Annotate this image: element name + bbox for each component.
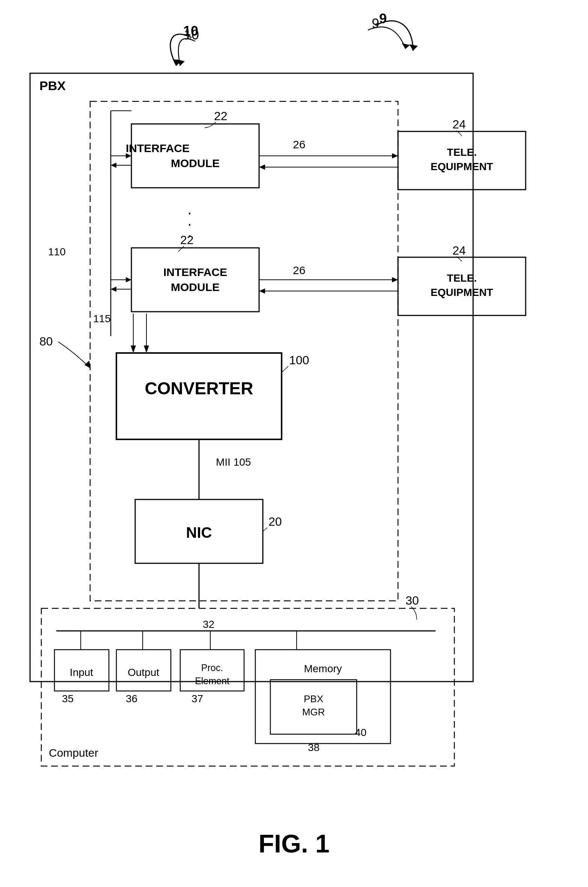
ref-37: 37 [191,693,203,704]
svg-marker-41 [259,164,265,170]
ref-38: 38 [308,742,320,753]
svg-line-25 [263,528,267,531]
tele-equipment-2-label: TELE. [447,272,476,284]
svg-rect-3 [90,101,398,601]
svg-rect-5 [131,124,259,188]
ref-40: 40 [355,727,366,738]
svg-marker-44 [392,277,398,282]
svg-marker-18 [131,345,136,353]
ref-110: 110 [48,246,66,258]
ref-9: 9 [372,16,379,31]
interface-module-2-label: INTERFACE [163,266,227,278]
interface-module-1-label: INTERFACE [126,142,190,154]
svg-marker-11 [111,163,116,168]
ref-24a: 24 [452,118,466,131]
ref-35: 35 [62,693,74,704]
svg-rect-27 [41,608,454,766]
interface-module-1-label2: MODULE [171,157,220,169]
svg-marker-4 [84,361,90,368]
ref-26b: 26 [293,264,305,276]
fig-label: FIG. 1 [259,829,330,858]
ref-24b: 24 [452,244,466,257]
svg-marker-15 [111,287,116,292]
svg-line-22 [282,366,288,372]
input-label: Input [70,667,93,678]
svg-marker-39 [392,153,398,158]
ref-115: 115 [93,313,111,324]
nic-label: NIC [186,524,212,541]
ref-20: 20 [268,515,282,528]
pbx-label: PBX [39,78,66,93]
ref-32: 32 [203,618,214,630]
svg-rect-6 [131,248,259,312]
pbx-mgr-label: PBX [304,693,323,704]
ref-80: 80 [39,335,53,348]
proc-label2: Element [195,676,229,686]
ref-10-text: 10 [183,23,198,39]
svg-marker-20 [144,345,149,353]
interface-module-2-label2: MODULE [171,281,220,293]
svg-marker-48 [409,44,418,51]
proc-label: Proc. [201,662,223,673]
diagram-container: 9 10 PBX 80 INTERFACE MODULE 22 · · · IN… [0,0,588,887]
ref-22a: 22 [214,109,228,123]
output-label: Output [128,667,159,678]
ref-30: 30 [406,594,419,607]
tele-equipment-2-label2: EQUIPMENT [431,287,493,298]
svg-marker-0 [402,43,410,49]
pbx-mgr-label2: MGR [302,706,325,718]
svg-marker-46 [259,288,265,294]
tele-equipment-1-label: TELE. [447,146,476,158]
ref-26a: 26 [293,138,305,151]
computer-label: Computer [49,747,98,759]
svg-rect-2 [30,73,473,682]
memory-label: Memory [304,663,342,674]
ref-100: 100 [289,353,309,367]
main-diagram: 9 10 PBX 80 INTERFACE MODULE 22 · · · IN… [0,0,588,887]
ref-mii: MII 105 [216,456,251,468]
ref-36: 36 [126,693,137,704]
converter-label: CONVERTER [145,379,253,398]
svg-marker-13 [126,277,131,282]
tele-equipment-1-label2: EQUIPMENT [431,161,493,172]
ref-9-text: 9 [379,11,387,26]
ref-22b: 22 [180,233,194,247]
